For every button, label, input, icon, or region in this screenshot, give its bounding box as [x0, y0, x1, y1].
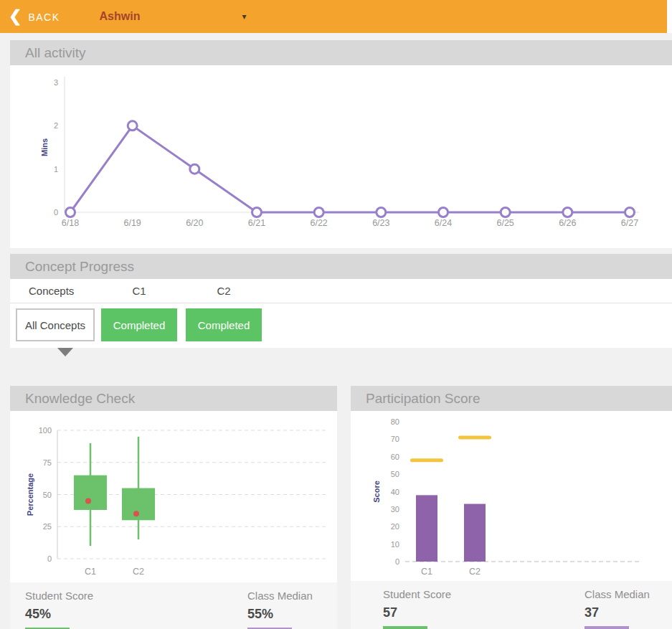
concept-progress-section: Concept Progress Concepts C1 C2 All Conc… — [10, 254, 672, 348]
svg-text:Percentage: Percentage — [26, 473, 34, 516]
back-label: BACK — [28, 11, 60, 23]
svg-text:100: 100 — [39, 426, 52, 435]
c2-column-label: C2 — [186, 285, 262, 297]
svg-text:10: 10 — [391, 540, 399, 549]
concept-buttons-row: All Concepts Completed Completed — [10, 303, 672, 348]
svg-text:C2: C2 — [469, 567, 481, 577]
class-median-label: Class Median — [247, 590, 313, 602]
caret-down-icon: ▾ — [242, 11, 247, 22]
class-median-value: 37 — [585, 605, 650, 620]
concepts-column-label: Concepts — [16, 285, 95, 297]
participation-score-panel: Participation Score 01020304050607080Sco… — [351, 386, 672, 629]
all-activity-section: All activity 0123Mins6/186/196/206/216/2… — [10, 40, 672, 248]
svg-text:0: 0 — [47, 554, 52, 563]
concept-columns-header: Concepts C1 C2 — [10, 279, 672, 303]
svg-text:25: 25 — [43, 522, 52, 531]
svg-text:6/23: 6/23 — [372, 218, 389, 228]
topbar: ❮ BACK Ashwin ▾ — [0, 0, 672, 33]
selected-concept-pointer-icon — [57, 348, 73, 356]
knowledge-check-boxplot: 0255075100PercentageC1C2 — [10, 411, 337, 582]
svg-text:6/22: 6/22 — [310, 218, 327, 228]
svg-text:80: 80 — [391, 417, 399, 426]
student-score-underline — [383, 626, 427, 629]
student-dashboard: ❮ BACK Ashwin ▾ All activity 0123Mins6/1… — [0, 0, 672, 629]
svg-text:0: 0 — [54, 208, 58, 217]
c2-completed-button[interactable]: Completed — [186, 308, 262, 341]
svg-text:3: 3 — [54, 78, 58, 87]
all-activity-title: All activity — [10, 40, 672, 65]
knowledge-check-footer: Student Score 45% Class Median 55% — [10, 582, 337, 629]
participation-score-title: Participation Score — [351, 386, 672, 411]
class-median-block: Class Median 55% — [247, 590, 313, 629]
concept-progress-body: Concepts C1 C2 All Concepts Completed Co… — [10, 279, 672, 348]
svg-text:Score: Score — [372, 481, 381, 503]
c1-completed-button[interactable]: Completed — [101, 308, 177, 341]
svg-text:6/26: 6/26 — [559, 218, 576, 228]
svg-text:6/25: 6/25 — [496, 218, 514, 228]
svg-text:50: 50 — [43, 491, 52, 499]
participation-score-bar-chart: 01020304050607080ScoreC1C2 — [351, 411, 672, 581]
svg-text:50: 50 — [391, 470, 399, 478]
knowledge-check-title: Knowledge Check — [10, 386, 337, 411]
svg-text:2: 2 — [54, 121, 58, 130]
svg-text:6/18: 6/18 — [62, 218, 79, 228]
knowledge-check-panel: Knowledge Check 0255075100PercentageC1C2… — [10, 386, 337, 629]
svg-text:20: 20 — [391, 522, 399, 531]
svg-text:40: 40 — [391, 488, 399, 496]
svg-text:6/20: 6/20 — [186, 218, 203, 228]
svg-text:6/19: 6/19 — [123, 218, 141, 228]
student-name: Ashwin — [100, 10, 141, 23]
svg-text:6/27: 6/27 — [621, 218, 638, 228]
class-median-label: Class Median — [585, 588, 650, 600]
svg-text:60: 60 — [391, 453, 399, 461]
scrollbar-gutter — [667, 0, 672, 33]
svg-text:C1: C1 — [421, 567, 432, 577]
all-concepts-button[interactable]: All Concepts — [16, 308, 95, 341]
svg-text:70: 70 — [391, 435, 399, 443]
svg-text:30: 30 — [391, 505, 399, 514]
svg-text:6/21: 6/21 — [248, 218, 265, 228]
participation-score-footer: Student Score 57 Class Median 37 — [351, 581, 672, 629]
c1-column-label: C1 — [101, 285, 177, 297]
svg-text:0: 0 — [395, 557, 399, 566]
svg-text:75: 75 — [43, 458, 52, 467]
activity-line-chart: 0123Mins6/186/196/206/216/226/236/246/25… — [10, 65, 672, 248]
back-button[interactable]: ❮ BACK — [9, 9, 60, 24]
class-median-underline — [585, 626, 629, 629]
svg-text:1: 1 — [54, 165, 58, 174]
class-median-block: Class Median 37 — [585, 588, 650, 629]
concept-progress-title: Concept Progress — [10, 254, 672, 279]
class-median-value: 55% — [247, 607, 313, 622]
svg-text:C1: C1 — [85, 567, 96, 577]
student-selector-dropdown[interactable]: Ashwin ▾ — [100, 10, 247, 23]
svg-text:Mins: Mins — [40, 138, 49, 156]
svg-text:6/24: 6/24 — [435, 218, 452, 228]
svg-text:C2: C2 — [133, 567, 144, 577]
back-chevron-icon: ❮ — [9, 9, 22, 24]
